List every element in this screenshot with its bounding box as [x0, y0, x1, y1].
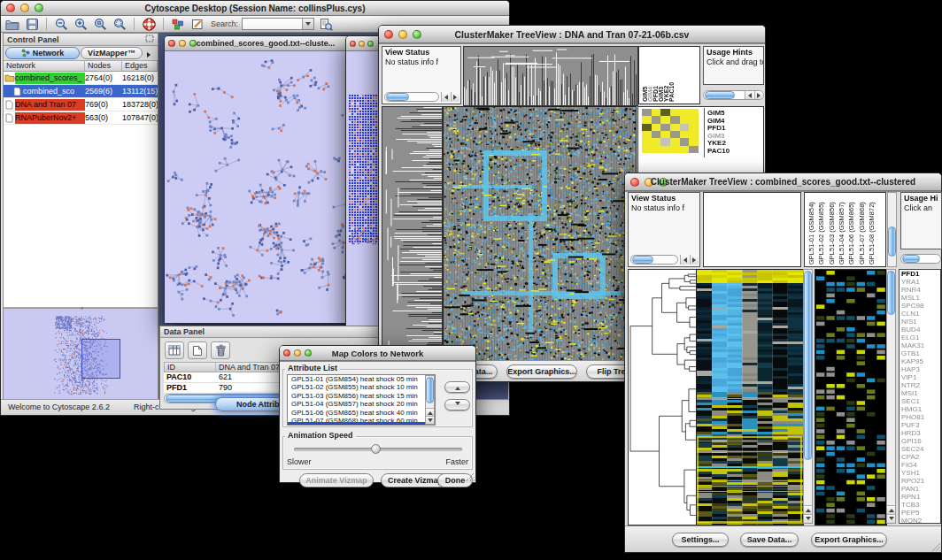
zoom-out-icon[interactable] — [53, 17, 69, 31]
tab-vizmapper[interactable]: VizMapper™ — [81, 47, 143, 59]
column-label[interactable]: GPL51-08 (GSM872) — [868, 202, 876, 265]
search-input[interactable] — [242, 18, 314, 30]
delete-attribute-icon[interactable] — [211, 341, 230, 359]
gene-label[interactable]: YRA1 — [900, 278, 940, 286]
gene-label[interactable]: CPA2 — [900, 453, 940, 461]
zoom-cell[interactable] — [642, 138, 652, 145]
tab-overflow-icon[interactable] — [145, 45, 153, 61]
gene-label[interactable]: NIS1 — [900, 318, 940, 326]
scroll-left-icon[interactable] — [680, 255, 689, 265]
gene-label[interactable]: VIP1 — [900, 373, 940, 381]
minimize-icon[interactable] — [359, 41, 365, 47]
column-labels-vscrollbar[interactable] — [887, 192, 897, 267]
zoom-cell[interactable] — [652, 146, 661, 153]
row-dendrogram-canvas[interactable] — [628, 269, 697, 525]
scroll-left-icon[interactable] — [441, 92, 450, 102]
zoom-cell[interactable] — [670, 131, 680, 138]
usage-hints-hscrollbar[interactable] — [900, 254, 941, 264]
close-icon[interactable] — [350, 41, 356, 47]
column-dendrogram-canvas[interactable] — [463, 46, 638, 106]
network-graph-canvas[interactable] — [165, 51, 367, 323]
maximize-icon[interactable] — [367, 41, 374, 47]
network-overview-canvas[interactable] — [4, 309, 158, 400]
zoom-cell[interactable] — [680, 124, 690, 131]
gene-label-list[interactable]: PFD1YRA1RNR4MSL1SPC98CLN1NIS1BUD4ELG1MAK… — [899, 269, 941, 524]
row-dendrogram-canvas[interactable] — [382, 106, 443, 363]
zoom-heatmap-canvas[interactable] — [815, 269, 887, 525]
gene-label[interactable]: RPN1 — [900, 493, 940, 501]
column-label[interactable]: GPL51-03 (GSM856) — [828, 202, 836, 265]
attribute-item[interactable]: GPL51-06 (GSM865) heat shock 40 min — [290, 409, 435, 417]
network-view-titlebar[interactable]: combined_scores_good.txt--cluste... — [165, 36, 367, 51]
scroll-up-icon[interactable] — [425, 408, 435, 416]
zoom-cell[interactable] — [660, 138, 670, 145]
gene-label[interactable]: MSL1 — [900, 294, 940, 302]
zoom-in-icon[interactable] — [73, 17, 89, 31]
scroll-up-icon[interactable] — [803, 505, 813, 514]
zoom-cell[interactable] — [652, 116, 661, 123]
open-folder-icon[interactable] — [4, 17, 20, 31]
search-dropdown-icon[interactable] — [302, 19, 313, 29]
network-row[interactable]: combined_sco2569(6)13112(15) — [4, 85, 158, 98]
heatmap-canvas[interactable] — [443, 106, 637, 363]
zoom-cell[interactable] — [642, 146, 652, 153]
column-label[interactable]: GPL51-07 (GSM868) — [858, 202, 866, 265]
zoom-cell[interactable] — [642, 116, 652, 123]
column-label[interactable]: GPL51-04 (GSM857) — [838, 202, 845, 265]
zoom-cell[interactable] — [689, 146, 699, 153]
attribute-table-icon[interactable] — [165, 341, 184, 359]
zoom-cell[interactable] — [652, 131, 661, 138]
zoom-cell[interactable] — [689, 138, 699, 145]
gene-label[interactable]: PAN1 — [900, 485, 940, 493]
scroll-down-icon[interactable] — [803, 514, 813, 523]
scroll-left-icon[interactable] — [745, 91, 753, 100]
annotation-icon[interactable] — [189, 17, 205, 31]
gene-label[interactable]: KAP95 — [900, 357, 940, 365]
col-network[interactable]: Network — [4, 61, 85, 71]
float-panel-icon[interactable] — [145, 35, 154, 44]
gene-label[interactable]: MSI1 — [900, 389, 940, 397]
zoom-fit-icon[interactable] — [112, 17, 127, 31]
gene-label[interactable]: PFD1 — [900, 270, 940, 278]
network-row[interactable]: combined_scores_2764(0)16218(0) — [4, 72, 158, 85]
zoom-cell[interactable] — [680, 109, 690, 116]
zoom-heatmap-matrix[interactable] — [642, 109, 699, 153]
animate-vizmap-button[interactable]: Animate Vizmap — [299, 473, 374, 487]
zoom-cell[interactable] — [660, 116, 670, 123]
col-edges[interactable]: Edges — [122, 61, 158, 71]
gene-label[interactable]: GTB1 — [900, 349, 940, 357]
vizmapper-icon[interactable] — [170, 17, 186, 31]
network-list-empty[interactable] — [4, 125, 158, 308]
gene-label[interactable]: PUF3 — [900, 421, 940, 429]
zoom-cell[interactable] — [680, 138, 690, 145]
gene-label[interactable]: PHO81 — [900, 413, 940, 421]
save-icon[interactable] — [24, 17, 40, 31]
zoom-cell[interactable] — [670, 124, 680, 131]
treeview2-titlebar[interactable]: ClusterMaker TreeView : combined_scores_… — [625, 173, 941, 191]
move-up-button[interactable] — [444, 381, 470, 393]
network-overview[interactable]: ● — [4, 308, 158, 400]
attribute-item[interactable]: GPL51-03 (GSM856) heat shock 15 min — [290, 392, 435, 400]
close-icon[interactable] — [384, 30, 393, 39]
gene-label[interactable]: ELG1 — [900, 334, 940, 341]
zoom-cell[interactable] — [652, 109, 661, 116]
usage-hints-hscrollbar[interactable] — [703, 90, 764, 100]
zoom-cell[interactable] — [660, 109, 670, 116]
new-attribute-icon[interactable] — [188, 341, 207, 359]
gene-label[interactable]: MAK31 — [900, 341, 940, 349]
zoom-selected-icon[interactable] — [92, 17, 108, 31]
col-id[interactable]: ID — [165, 363, 216, 372]
resize-grip[interactable] — [466, 472, 475, 481]
close-icon[interactable] — [630, 178, 639, 187]
gene-label[interactable]: HMG1 — [900, 405, 940, 413]
gene-label[interactable]: CLN1 — [900, 310, 940, 318]
zoom-cell[interactable] — [680, 146, 690, 153]
gene-label[interactable]: SEC24 — [900, 445, 940, 453]
gene-label[interactable]: RNR4 — [900, 286, 940, 294]
gene-label[interactable]: HAP3 — [900, 365, 940, 373]
gene-label[interactable]: PEP5 — [900, 509, 940, 517]
zoom-cell[interactable] — [689, 116, 699, 123]
close-icon[interactable] — [283, 349, 290, 357]
dialog-titlebar[interactable]: Map Colors to Network — [280, 346, 475, 361]
gene-label[interactable]: RPO21 — [900, 477, 940, 485]
